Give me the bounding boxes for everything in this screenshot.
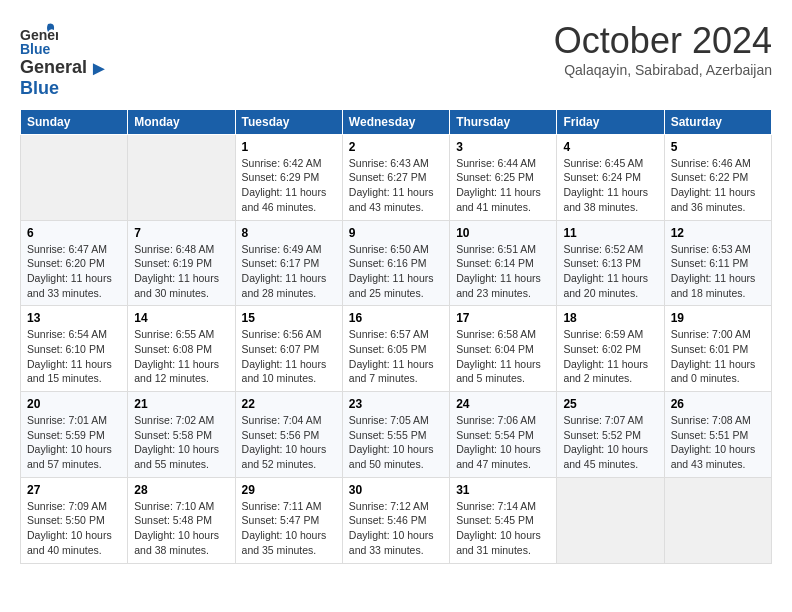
day-number: 23 [349,397,443,411]
day-info-line: Daylight: 11 hours and 23 minutes. [456,272,541,299]
day-number: 5 [671,140,765,154]
day-info-line: Sunrise: 6:48 AM [134,243,214,255]
day-info-line: Sunset: 6:29 PM [242,171,320,183]
calendar-cell: 10Sunrise: 6:51 AMSunset: 6:14 PMDayligh… [450,220,557,306]
calendar-cell: 15Sunrise: 6:56 AMSunset: 6:07 PMDayligh… [235,306,342,392]
day-info-line: Daylight: 11 hours and 15 minutes. [27,358,112,385]
calendar-cell: 19Sunrise: 7:00 AMSunset: 6:01 PMDayligh… [664,306,771,392]
day-info-line: Daylight: 11 hours and 12 minutes. [134,358,219,385]
calendar-cell: 21Sunrise: 7:02 AMSunset: 5:58 PMDayligh… [128,392,235,478]
day-info-line: Sunrise: 7:06 AM [456,414,536,426]
title-area: October 2024 Qalaqayin, Sabirabad, Azerb… [554,20,772,78]
day-info-line: Sunrise: 6:56 AM [242,328,322,340]
day-info-line: Daylight: 11 hours and 28 minutes. [242,272,327,299]
day-info-line: Daylight: 10 hours and 40 minutes. [27,529,112,556]
day-info-line: Sunset: 6:16 PM [349,257,427,269]
day-number: 2 [349,140,443,154]
day-info-line: Sunset: 5:52 PM [563,429,641,441]
location: Qalaqayin, Sabirabad, Azerbaijan [554,62,772,78]
day-info-line: Sunset: 5:59 PM [27,429,105,441]
page-header: General Blue General ► Blue October 2024… [20,20,772,99]
day-info-line: Daylight: 11 hours and 38 minutes. [563,186,648,213]
day-number: 24 [456,397,550,411]
day-info-line: Sunrise: 6:43 AM [349,157,429,169]
day-info-line: Sunrise: 7:14 AM [456,500,536,512]
day-info-line: Sunrise: 7:01 AM [27,414,107,426]
day-info: Sunrise: 6:45 AMSunset: 6:24 PMDaylight:… [563,156,657,215]
day-info-line: Sunrise: 6:50 AM [349,243,429,255]
day-number: 25 [563,397,657,411]
day-info-line: Sunset: 6:19 PM [134,257,212,269]
day-info-line: Daylight: 11 hours and 25 minutes. [349,272,434,299]
day-info-line: Sunset: 5:56 PM [242,429,320,441]
day-info: Sunrise: 6:49 AMSunset: 6:17 PMDaylight:… [242,242,336,301]
day-info: Sunrise: 6:55 AMSunset: 6:08 PMDaylight:… [134,327,228,386]
calendar-cell [557,477,664,563]
day-info-line: Sunset: 6:13 PM [563,257,641,269]
day-info: Sunrise: 7:11 AMSunset: 5:47 PMDaylight:… [242,499,336,558]
day-number: 26 [671,397,765,411]
day-info: Sunrise: 6:42 AMSunset: 6:29 PMDaylight:… [242,156,336,215]
calendar-cell [128,134,235,220]
day-info: Sunrise: 7:09 AMSunset: 5:50 PMDaylight:… [27,499,121,558]
day-info-line: Sunrise: 7:11 AM [242,500,322,512]
day-info-line: Daylight: 11 hours and 10 minutes. [242,358,327,385]
calendar-cell: 26Sunrise: 7:08 AMSunset: 5:51 PMDayligh… [664,392,771,478]
calendar-cell: 2Sunrise: 6:43 AMSunset: 6:27 PMDaylight… [342,134,449,220]
day-info-line: Daylight: 10 hours and 38 minutes. [134,529,219,556]
logo-icon: General Blue [20,20,58,58]
day-info-line: Sunrise: 7:10 AM [134,500,214,512]
day-info-line: Sunset: 6:24 PM [563,171,641,183]
calendar-cell: 6Sunrise: 6:47 AMSunset: 6:20 PMDaylight… [21,220,128,306]
month-title: October 2024 [554,20,772,62]
day-info-line: Sunrise: 7:00 AM [671,328,751,340]
day-info-line: Sunset: 5:51 PM [671,429,749,441]
calendar-cell: 8Sunrise: 6:49 AMSunset: 6:17 PMDaylight… [235,220,342,306]
calendar-cell: 25Sunrise: 7:07 AMSunset: 5:52 PMDayligh… [557,392,664,478]
day-number: 11 [563,226,657,240]
day-number: 9 [349,226,443,240]
day-info-line: Daylight: 11 hours and 33 minutes. [27,272,112,299]
calendar-cell: 11Sunrise: 6:52 AMSunset: 6:13 PMDayligh… [557,220,664,306]
day-info: Sunrise: 7:04 AMSunset: 5:56 PMDaylight:… [242,413,336,472]
day-info-line: Sunset: 5:50 PM [27,514,105,526]
day-number: 16 [349,311,443,325]
day-number: 10 [456,226,550,240]
day-info: Sunrise: 7:14 AMSunset: 5:45 PMDaylight:… [456,499,550,558]
calendar-cell: 30Sunrise: 7:12 AMSunset: 5:46 PMDayligh… [342,477,449,563]
day-info: Sunrise: 7:10 AMSunset: 5:48 PMDaylight:… [134,499,228,558]
day-number: 28 [134,483,228,497]
day-number: 1 [242,140,336,154]
calendar-week-3: 13Sunrise: 6:54 AMSunset: 6:10 PMDayligh… [21,306,772,392]
day-number: 14 [134,311,228,325]
day-info-line: Daylight: 11 hours and 7 minutes. [349,358,434,385]
logo-bird-icon: ► [89,57,109,79]
day-info-line: Daylight: 10 hours and 47 minutes. [456,443,541,470]
day-number: 29 [242,483,336,497]
day-info-line: Sunrise: 6:46 AM [671,157,751,169]
day-info-line: Daylight: 10 hours and 33 minutes. [349,529,434,556]
day-info-line: Sunset: 5:46 PM [349,514,427,526]
day-number: 31 [456,483,550,497]
day-info-line: Daylight: 11 hours and 41 minutes. [456,186,541,213]
day-info-line: Daylight: 10 hours and 31 minutes. [456,529,541,556]
day-info-line: Daylight: 10 hours and 35 minutes. [242,529,327,556]
day-info-line: Sunset: 5:58 PM [134,429,212,441]
calendar-cell: 12Sunrise: 6:53 AMSunset: 6:11 PMDayligh… [664,220,771,306]
day-info-line: Sunrise: 6:44 AM [456,157,536,169]
day-info-line: Daylight: 10 hours and 43 minutes. [671,443,756,470]
calendar-body: 1Sunrise: 6:42 AMSunset: 6:29 PMDaylight… [21,134,772,563]
day-info-line: Sunrise: 7:02 AM [134,414,214,426]
calendar-cell: 24Sunrise: 7:06 AMSunset: 5:54 PMDayligh… [450,392,557,478]
calendar-cell: 16Sunrise: 6:57 AMSunset: 6:05 PMDayligh… [342,306,449,392]
calendar-week-1: 1Sunrise: 6:42 AMSunset: 6:29 PMDaylight… [21,134,772,220]
day-number: 20 [27,397,121,411]
day-info: Sunrise: 6:46 AMSunset: 6:22 PMDaylight:… [671,156,765,215]
day-info: Sunrise: 6:56 AMSunset: 6:07 PMDaylight:… [242,327,336,386]
day-info-line: Sunrise: 6:49 AM [242,243,322,255]
day-number: 7 [134,226,228,240]
day-number: 18 [563,311,657,325]
day-info-line: Sunrise: 6:47 AM [27,243,107,255]
day-info-line: Sunrise: 6:52 AM [563,243,643,255]
day-info: Sunrise: 7:01 AMSunset: 5:59 PMDaylight:… [27,413,121,472]
